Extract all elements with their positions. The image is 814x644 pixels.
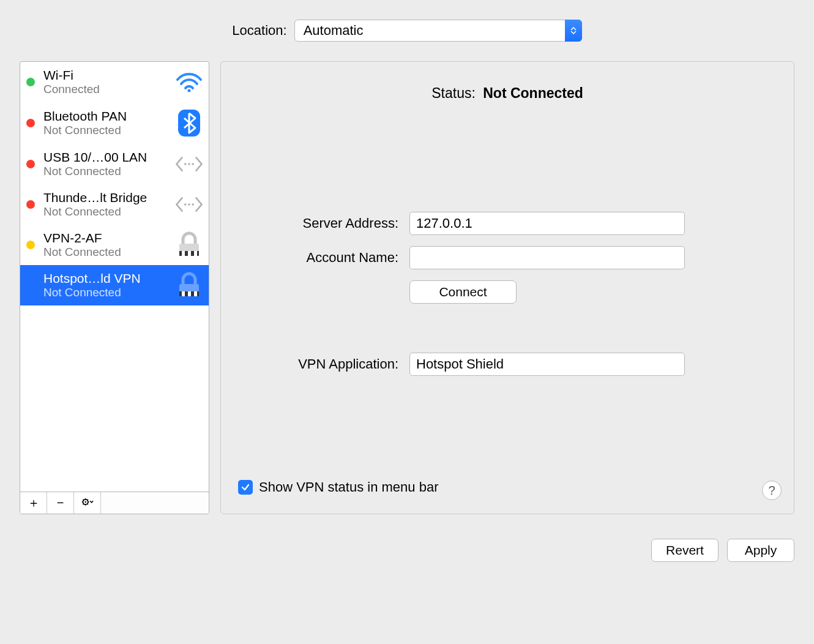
vpn-application-input[interactable]	[409, 353, 685, 376]
service-status: Not Connected	[43, 124, 168, 137]
gear-icon	[81, 496, 94, 510]
status-label: Status:	[431, 85, 476, 101]
status-dot-icon	[26, 200, 35, 209]
svg-point-3	[188, 163, 190, 165]
service-name: Bluetooth PAN	[43, 109, 168, 124]
status-dot-icon	[26, 160, 35, 168]
service-status: Not Connected	[43, 205, 168, 219]
ethernet-icon	[174, 193, 204, 215]
svg-point-19	[84, 501, 86, 503]
vpn-application-label: VPN Application:	[238, 356, 409, 372]
service-item-2[interactable]: USB 10/…00 LANNot Connected	[20, 144, 209, 184]
service-name: Hotspot…ld VPN	[43, 271, 168, 286]
service-status: Not Connected	[43, 165, 168, 178]
minus-icon: −	[57, 496, 64, 510]
server-address-input[interactable]	[409, 212, 685, 235]
lock-icon	[174, 231, 204, 258]
status-dot-icon	[26, 119, 35, 127]
service-name: Thunde…lt Bridge	[43, 190, 168, 205]
add-service-button[interactable]: ＋	[20, 492, 47, 514]
status-dot-icon	[26, 241, 35, 249]
svg-point-2	[184, 163, 187, 165]
help-button[interactable]: ?	[762, 481, 782, 500]
account-name-input[interactable]	[409, 246, 685, 269]
plus-icon: ＋	[28, 495, 40, 511]
show-vpn-status-checkbox[interactable]	[238, 480, 253, 495]
wifi-icon	[174, 71, 204, 93]
show-vpn-status-label: Show VPN status in menu bar	[259, 479, 438, 495]
connect-button[interactable]: Connect	[409, 280, 517, 304]
actions-menu-button[interactable]	[74, 492, 101, 514]
svg-point-5	[184, 203, 187, 206]
service-name: Wi-Fi	[43, 68, 168, 83]
checkmark-icon	[241, 482, 250, 492]
service-item-5[interactable]: Hotspot…ld VPNNot Connected	[20, 265, 209, 305]
lock-icon	[174, 272, 204, 299]
svg-point-6	[188, 203, 190, 206]
service-status: Not Connected	[43, 286, 168, 299]
location-label: Location:	[232, 23, 286, 39]
location-value: Automatic	[304, 23, 364, 39]
status-dot-icon	[26, 78, 35, 86]
service-item-3[interactable]: Thunde…lt BridgeNot Connected	[20, 184, 209, 225]
service-detail-panel: Status: Not Connected Server Address: Ac…	[220, 61, 794, 514]
ethernet-icon	[174, 153, 204, 175]
service-item-0[interactable]: Wi-FiConnected	[20, 62, 209, 102]
bluetooth-icon	[174, 108, 204, 138]
status-value: Not Connected	[483, 85, 583, 101]
location-select[interactable]: Automatic	[294, 20, 582, 42]
service-item-1[interactable]: Bluetooth PANNot Connected	[20, 102, 209, 144]
svg-rect-16	[188, 291, 191, 296]
server-address-label: Server Address:	[238, 215, 409, 231]
svg-point-7	[192, 203, 194, 206]
svg-point-4	[192, 163, 194, 165]
service-name: USB 10/…00 LAN	[43, 150, 168, 165]
service-item-4[interactable]: VPN-2-AFNot Connected	[20, 225, 209, 265]
remove-service-button[interactable]: −	[47, 492, 74, 514]
svg-rect-17	[194, 291, 197, 296]
service-name: VPN-2-AF	[43, 231, 168, 245]
service-status: Connected	[43, 83, 168, 96]
revert-button[interactable]: Revert	[651, 539, 719, 562]
network-services-sidebar: Wi-FiConnectedBluetooth PANNot Connected…	[20, 61, 209, 514]
apply-button[interactable]: Apply	[727, 539, 794, 562]
select-stepper-icon	[565, 20, 582, 42]
svg-point-0	[188, 89, 191, 92]
svg-rect-12	[194, 251, 197, 256]
svg-rect-15	[182, 291, 185, 296]
account-name-label: Account Name:	[238, 250, 409, 266]
svg-rect-11	[188, 251, 191, 256]
service-status: Not Connected	[43, 245, 168, 259]
svg-rect-10	[182, 251, 185, 256]
